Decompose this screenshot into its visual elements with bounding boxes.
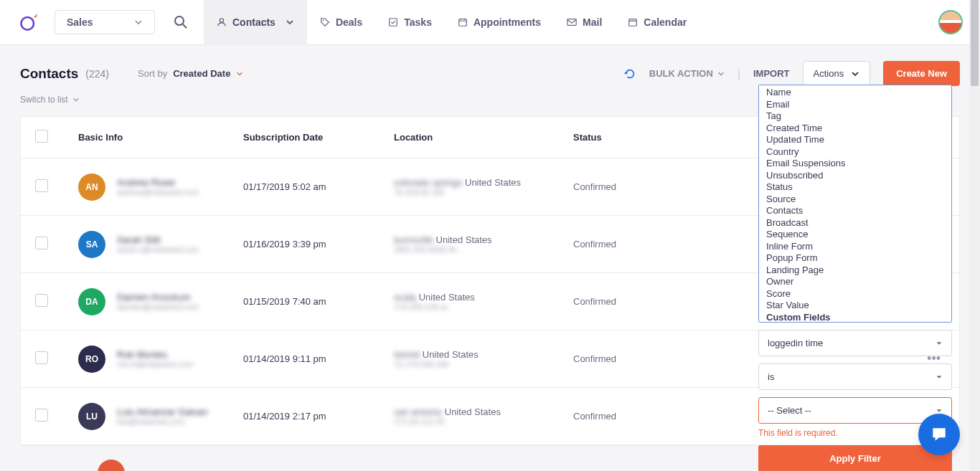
user-avatar[interactable] bbox=[938, 10, 963, 34]
contacts-icon bbox=[217, 17, 227, 27]
filter-field-select[interactable]: loggedin time bbox=[758, 330, 952, 356]
filter-option[interactable]: Email Suspensions bbox=[759, 158, 951, 170]
filter-option[interactable]: Score bbox=[759, 288, 951, 300]
filter-operator-select[interactable]: is bbox=[758, 363, 952, 390]
mail-icon bbox=[567, 17, 577, 27]
filter-option[interactable]: Tag bbox=[759, 110, 951, 123]
nav-tab-tasks[interactable]: Tasks bbox=[375, 0, 445, 45]
import-link[interactable]: IMPORT bbox=[753, 68, 790, 79]
row-checkbox[interactable] bbox=[35, 351, 48, 364]
sort-by[interactable]: Sort by Created Date bbox=[138, 68, 243, 79]
location-ip: 174.209.128.xx bbox=[394, 303, 573, 311]
actions-dropdown[interactable]: Actions bbox=[803, 61, 871, 86]
caret-down-icon bbox=[936, 374, 943, 381]
module-selector[interactable]: Sales bbox=[55, 10, 155, 34]
tasks-icon bbox=[388, 17, 398, 27]
sort-by-value: Created Date bbox=[173, 68, 230, 79]
status-value: Confirmed bbox=[573, 181, 681, 192]
contact-avatar: AN bbox=[78, 173, 105, 201]
filter-option[interactable]: Email bbox=[759, 99, 951, 111]
location-city: san antonio United States bbox=[394, 406, 573, 417]
chevron-down-icon bbox=[134, 18, 143, 27]
location-city: burnsville United States bbox=[394, 234, 573, 245]
svg-point-0 bbox=[22, 17, 34, 30]
filter-option[interactable]: Custom Fields bbox=[759, 312, 951, 323]
calendar-icon bbox=[458, 17, 468, 27]
filter-option[interactable]: Broadcast bbox=[759, 217, 951, 229]
subscription-date: 01/14/2019 2:17 pm bbox=[243, 411, 394, 422]
nav-tab-deals[interactable]: Deals bbox=[307, 0, 375, 45]
nav-tab-label: Calendar bbox=[644, 16, 687, 28]
location-city: ocala United States bbox=[394, 292, 573, 303]
filter-option[interactable]: Source bbox=[759, 194, 951, 206]
chevron-down-icon bbox=[72, 96, 80, 103]
location-ip: 172.59.112.28 bbox=[394, 417, 573, 426]
caret-down-icon bbox=[936, 407, 943, 414]
actions-label: Actions bbox=[814, 68, 844, 79]
contact-name: Damien Knockum bbox=[117, 292, 199, 303]
calendar-icon bbox=[628, 17, 638, 27]
status-value: Confirmed bbox=[573, 411, 681, 422]
filter-option[interactable]: Star Value bbox=[759, 300, 951, 312]
svg-point-3 bbox=[322, 20, 324, 22]
contact-name: Andrew Rowe bbox=[117, 177, 199, 188]
filter-option[interactable]: Owner bbox=[759, 276, 951, 288]
bulk-action-dropdown[interactable]: BULK ACTION bbox=[649, 68, 725, 79]
svg-point-2 bbox=[220, 19, 223, 22]
location-city: hemet United States bbox=[394, 349, 573, 360]
filter-option[interactable]: Inline Form bbox=[759, 241, 951, 253]
create-new-button[interactable]: Create New bbox=[883, 61, 960, 86]
nav-tab-mail[interactable]: Mail bbox=[554, 0, 615, 45]
filter-value-placeholder: -- Select -- bbox=[768, 405, 811, 416]
scrollbar[interactable] bbox=[969, 0, 980, 471]
filter-option[interactable]: Unsubscribed bbox=[759, 170, 951, 182]
filter-panel: NameEmailTagCreated TimeUpdated TimeCoun… bbox=[758, 85, 952, 471]
status-value: Confirmed bbox=[573, 353, 681, 364]
switch-list-label: Switch to list bbox=[20, 95, 68, 105]
filter-option[interactable]: Landing Page bbox=[759, 265, 951, 277]
nav-tab-contacts[interactable]: Contacts bbox=[204, 0, 307, 45]
apply-filter-button[interactable]: Apply Filter bbox=[758, 445, 952, 471]
nav-tab-appointments[interactable]: Appointments bbox=[445, 0, 554, 45]
contact-email: luis@redacted.com bbox=[117, 417, 207, 426]
nav-tab-calendar[interactable]: Calendar bbox=[615, 0, 699, 45]
subscription-date: 01/16/2019 3:39 pm bbox=[243, 239, 394, 249]
refresh-button[interactable] bbox=[623, 67, 636, 80]
contact-avatar: DA bbox=[78, 288, 105, 315]
svg-rect-6 bbox=[567, 19, 576, 26]
filter-option[interactable]: Created Time bbox=[759, 123, 951, 135]
module-selector-label: Sales bbox=[67, 16, 93, 28]
chat-bubble-button[interactable] bbox=[918, 414, 960, 455]
filter-option[interactable]: Country bbox=[759, 146, 951, 158]
select-all-checkbox[interactable] bbox=[35, 130, 48, 143]
filter-option[interactable]: Status bbox=[759, 181, 951, 194]
subscription-date: 01/14/2019 9:11 pm bbox=[243, 353, 394, 364]
filter-option[interactable]: Sequence bbox=[759, 229, 951, 241]
svg-rect-4 bbox=[390, 19, 397, 27]
logo[interactable] bbox=[17, 11, 40, 34]
filter-option[interactable]: Updated Time bbox=[759, 134, 951, 146]
filter-option[interactable]: Name bbox=[759, 87, 951, 99]
top-navigation: Sales Contacts Deals Tasks Appointments … bbox=[0, 0, 980, 45]
location-ip: 75.229.82.160 bbox=[394, 188, 573, 196]
row-checkbox[interactable] bbox=[35, 179, 48, 192]
status-value: Confirmed bbox=[573, 296, 681, 307]
filter-option[interactable]: Contacts bbox=[759, 205, 951, 217]
filter-option[interactable]: Popup Form bbox=[759, 252, 951, 265]
nav-tab-label: Tasks bbox=[404, 16, 432, 28]
contact-email: damien@redacted.com bbox=[117, 303, 199, 311]
location-city: colorado springs United States bbox=[394, 177, 573, 188]
search-button[interactable] bbox=[164, 5, 198, 39]
contact-email: rob.m@redacted.com bbox=[117, 360, 193, 368]
svg-rect-7 bbox=[629, 19, 637, 27]
nav-tab-label: Deals bbox=[336, 16, 362, 28]
row-checkbox[interactable] bbox=[35, 237, 48, 249]
row-checkbox[interactable] bbox=[35, 294, 48, 307]
nav-tab-label: Contacts bbox=[232, 16, 275, 28]
nav-tab-label: Mail bbox=[583, 16, 602, 28]
column-subscription-date: Subscription Date bbox=[243, 132, 394, 143]
filter-field-dropdown-list: NameEmailTagCreated TimeUpdated TimeCoun… bbox=[758, 85, 952, 323]
filter-value-select[interactable]: -- Select -- bbox=[758, 397, 952, 424]
row-checkbox[interactable] bbox=[35, 409, 48, 422]
filter-operator-value: is bbox=[768, 371, 774, 382]
